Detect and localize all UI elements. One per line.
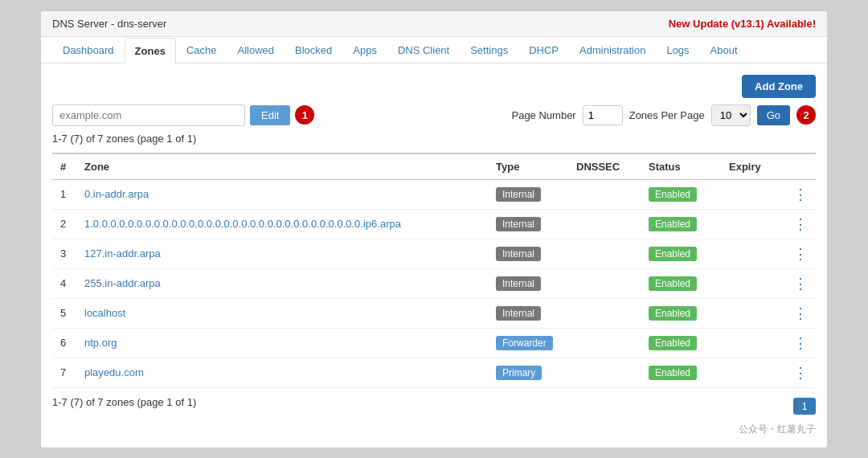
cell-status: Enabled: [641, 298, 721, 328]
zone-link[interactable]: localhost: [84, 307, 125, 319]
cell-dnssec: [568, 358, 641, 387]
add-zone-button[interactable]: Add Zone: [742, 75, 816, 98]
cell-status: Enabled: [641, 268, 721, 298]
page-number-input[interactable]: [583, 105, 623, 125]
annotation-1: 1: [295, 105, 314, 125]
zones-per-page-label: Zones Per Page: [629, 109, 705, 121]
type-badge: Primary: [496, 366, 542, 380]
nav-tab-cache[interactable]: Cache: [176, 37, 227, 63]
table-row: 3 127.in-addr.arpa Internal Enabled ⋮: [52, 239, 816, 268]
cell-zone: ntp.org: [76, 328, 488, 358]
row-actions-menu[interactable]: ⋮: [793, 186, 808, 202]
result-info-bottom: 1-7 (7) of 7 zones (page 1 of 1): [52, 396, 196, 408]
zone-link[interactable]: 127.in-addr.arpa: [84, 247, 161, 260]
content-area: Add Zone Edit 1 Page Number Zones Per Pa…: [41, 63, 827, 448]
nav-tab-settings[interactable]: Settings: [460, 37, 518, 63]
go-button[interactable]: Go: [757, 105, 790, 125]
table-row: 2 1.0.0.0.0.0.0.0.0.0.0.0.0.0.0.0.0.0.0.…: [52, 209, 816, 239]
nav-tab-dashboard[interactable]: Dashboard: [52, 37, 125, 63]
cell-num: 5: [52, 298, 76, 328]
cell-num: 1: [52, 179, 76, 209]
table-row: 6 ntp.org Forwarder Enabled ⋮: [52, 328, 816, 358]
row-actions-menu[interactable]: ⋮: [793, 246, 808, 262]
update-notice: New Update (v13.1) Available!: [669, 18, 816, 30]
zones-table: # Zone Type DNSSEC Status Expiry 1 0.in-…: [52, 153, 816, 388]
nav-tab-dns-client[interactable]: DNS Client: [387, 37, 460, 63]
status-badge: Enabled: [649, 217, 697, 231]
cell-dnssec: [568, 209, 641, 239]
cell-expiry: [721, 268, 785, 298]
table-header-row: # Zone Type DNSSEC Status Expiry: [52, 153, 816, 180]
cell-dnssec: [568, 328, 641, 358]
cell-actions: ⋮: [785, 179, 816, 209]
cell-expiry: [721, 298, 785, 328]
zone-search-input[interactable]: [52, 104, 245, 126]
watermark: 公众号・红薯丸子: [52, 423, 816, 436]
nav-tab-allowed[interactable]: Allowed: [227, 37, 285, 63]
row-actions-menu[interactable]: ⋮: [793, 216, 808, 232]
cell-type: Internal: [488, 209, 568, 239]
table-row: 7 playedu.com Primary Enabled ⋮: [52, 358, 816, 387]
pagination-controls: Page Number Zones Per Page 10 25 50 Go 2: [511, 104, 816, 126]
row-actions-menu[interactable]: ⋮: [793, 365, 808, 381]
cell-status: Enabled: [641, 209, 721, 239]
cell-dnssec: [568, 239, 641, 268]
cell-num: 3: [52, 239, 76, 268]
status-badge: Enabled: [649, 247, 697, 261]
table-row: 1 0.in-addr.arpa Internal Enabled ⋮: [52, 179, 816, 209]
table-row: 4 255.in-addr.arpa Internal Enabled ⋮: [52, 268, 816, 298]
zone-link[interactable]: 0.in-addr.arpa: [84, 188, 149, 200]
cell-expiry: [721, 179, 785, 209]
cell-type: Forwarder: [488, 328, 568, 358]
search-area: Edit 1: [52, 104, 314, 126]
nav-tab-blocked[interactable]: Blocked: [285, 37, 342, 63]
cell-type: Internal: [488, 179, 568, 209]
page-badge-bottom: 1: [793, 398, 816, 415]
main-window: DNS Server - dns-server New Update (v13.…: [40, 10, 828, 448]
nav-tab-logs[interactable]: Logs: [656, 37, 699, 63]
col-header-num: #: [52, 153, 76, 180]
cell-zone: localhost: [76, 298, 488, 328]
cell-dnssec: [568, 298, 641, 328]
edit-button[interactable]: Edit: [250, 105, 290, 125]
row-actions-menu[interactable]: ⋮: [793, 305, 808, 321]
cell-actions: ⋮: [785, 209, 816, 239]
type-badge: Forwarder: [496, 336, 553, 350]
table-row: 5 localhost Internal Enabled ⋮: [52, 298, 816, 328]
col-header-type: Type: [488, 153, 568, 180]
nav-tab-zones[interactable]: Zones: [125, 38, 176, 63]
nav-tab-administration[interactable]: Administration: [569, 37, 656, 63]
row-actions-menu[interactable]: ⋮: [793, 335, 808, 351]
nav-tab-apps[interactable]: Apps: [342, 37, 387, 63]
cell-type: Primary: [488, 358, 568, 387]
page-number-label: Page Number: [511, 109, 575, 121]
cell-status: Enabled: [641, 179, 721, 209]
zone-link[interactable]: 255.in-addr.arpa: [84, 277, 161, 289]
cell-expiry: [721, 358, 785, 387]
nav-tab-about[interactable]: About: [700, 37, 748, 63]
cell-actions: ⋮: [785, 268, 816, 298]
col-header-status: Status: [641, 153, 721, 180]
status-badge: Enabled: [649, 306, 697, 321]
cell-status: Enabled: [641, 239, 721, 268]
cell-dnssec: [568, 268, 641, 298]
zone-link[interactable]: 1.0.0.0.0.0.0.0.0.0.0.0.0.0.0.0.0.0.0.0.…: [84, 218, 401, 230]
zones-per-page-select[interactable]: 10 25 50: [711, 104, 751, 126]
row-actions-menu[interactable]: ⋮: [793, 276, 808, 292]
cell-zone: 127.in-addr.arpa: [76, 239, 488, 268]
cell-num: 4: [52, 268, 76, 298]
col-header-expiry: Expiry: [721, 153, 785, 180]
status-badge: Enabled: [649, 336, 697, 350]
status-badge: Enabled: [649, 187, 697, 202]
cell-actions: ⋮: [785, 358, 816, 387]
zone-link[interactable]: ntp.org: [84, 337, 117, 349]
cell-expiry: [721, 328, 785, 358]
top-controls: Edit 1 Page Number Zones Per Page 10 25 …: [52, 104, 816, 126]
cell-zone: 1.0.0.0.0.0.0.0.0.0.0.0.0.0.0.0.0.0.0.0.…: [76, 209, 488, 239]
nav-tab-dhcp[interactable]: DHCP: [518, 37, 569, 63]
bottom-row: 1-7 (7) of 7 zones (page 1 of 1) 1: [52, 396, 816, 416]
col-header-actions: [785, 153, 816, 180]
cell-type: Internal: [488, 268, 568, 298]
cell-type: Internal: [488, 239, 568, 268]
zone-link[interactable]: playedu.com: [84, 366, 144, 378]
